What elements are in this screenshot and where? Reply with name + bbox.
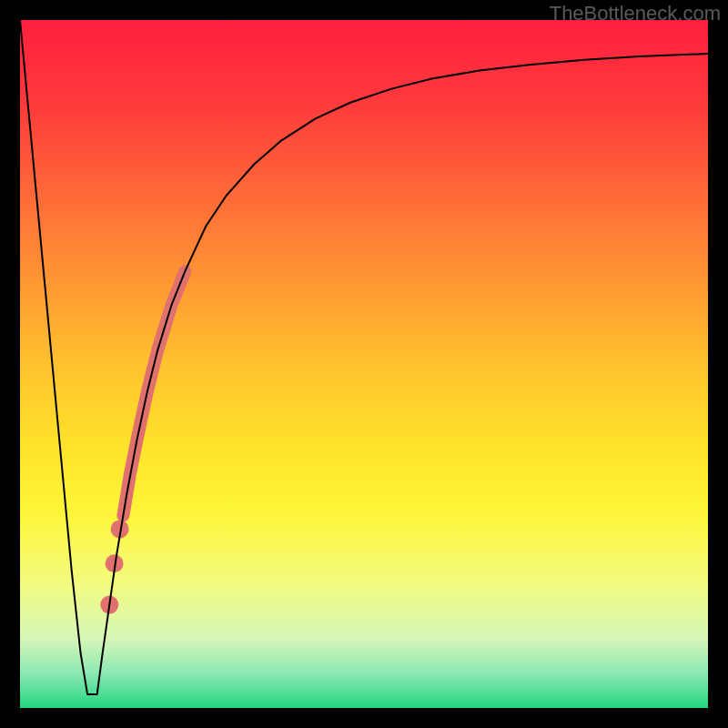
chart-frame: TheBottleneck.com (0, 0, 728, 728)
gradient-background (20, 20, 708, 708)
plot-area (20, 20, 708, 708)
watermark-text: TheBottleneck.com (550, 2, 721, 25)
bottleneck-chart (20, 20, 708, 708)
